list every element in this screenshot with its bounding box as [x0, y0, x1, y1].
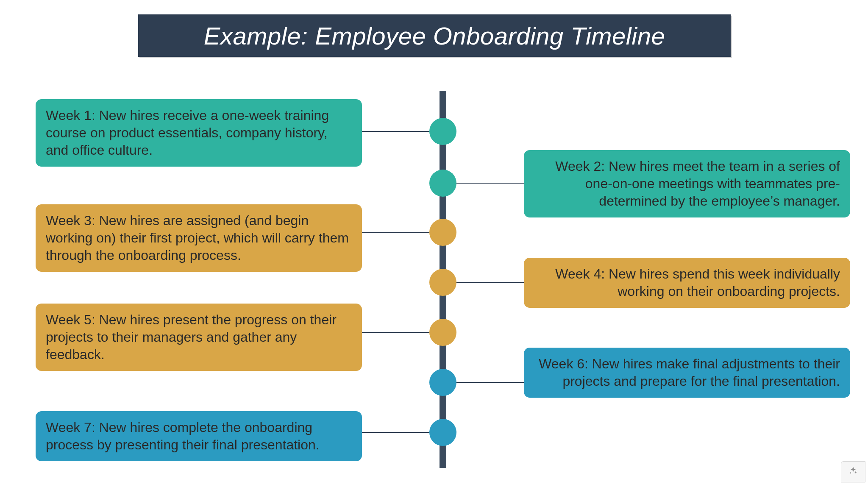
timeline-text-week1: Week 1: New hires receive a one-week tra…	[46, 108, 329, 158]
timeline-node-week7	[429, 419, 456, 446]
connector-week1	[362, 131, 429, 132]
connector-week2	[456, 183, 524, 184]
timeline-card-week5: Week 5: New hires present the progress o…	[36, 304, 362, 371]
timeline-text-week4: Week 4: New hires spend this week indivi…	[555, 266, 840, 299]
slide-title-text: Example: Employee Onboarding Timeline	[204, 22, 665, 50]
connector-week7	[362, 432, 429, 433]
timeline-node-week2	[429, 170, 456, 197]
timeline-node-week5	[429, 319, 456, 346]
timeline-text-week3: Week 3: New hires are assigned (and begi…	[46, 213, 349, 263]
timeline-node-week3	[429, 219, 456, 246]
timeline-node-week1	[429, 118, 456, 145]
timeline-node-week4	[429, 269, 456, 296]
slide-title: Example: Employee Onboarding Timeline	[138, 14, 731, 57]
timeline-card-week2: Week 2: New hires meet the team in a ser…	[524, 150, 850, 217]
connector-week4	[456, 282, 524, 283]
timeline-text-week2: Week 2: New hires meet the team in a ser…	[555, 159, 840, 209]
timeline-text-week6: Week 6: New hires make final adjustments…	[539, 356, 840, 389]
sparkle-icon	[848, 466, 858, 478]
sparkle-widget[interactable]	[841, 461, 865, 482]
timeline-card-week3: Week 3: New hires are assigned (and begi…	[36, 204, 362, 272]
timeline-text-week5: Week 5: New hires present the progress o…	[46, 312, 337, 362]
connector-week6	[456, 382, 524, 383]
timeline-card-week7: Week 7: New hires complete the onboardin…	[36, 411, 362, 461]
timeline-card-week4: Week 4: New hires spend this week indivi…	[524, 258, 850, 308]
connector-week3	[362, 232, 429, 233]
timeline-text-week7: Week 7: New hires complete the onboardin…	[46, 420, 320, 452]
timeline-card-week6: Week 6: New hires make final adjustments…	[524, 348, 850, 398]
connector-week5	[362, 332, 429, 333]
timeline-card-week1: Week 1: New hires receive a one-week tra…	[36, 99, 362, 167]
timeline-node-week6	[429, 369, 456, 396]
